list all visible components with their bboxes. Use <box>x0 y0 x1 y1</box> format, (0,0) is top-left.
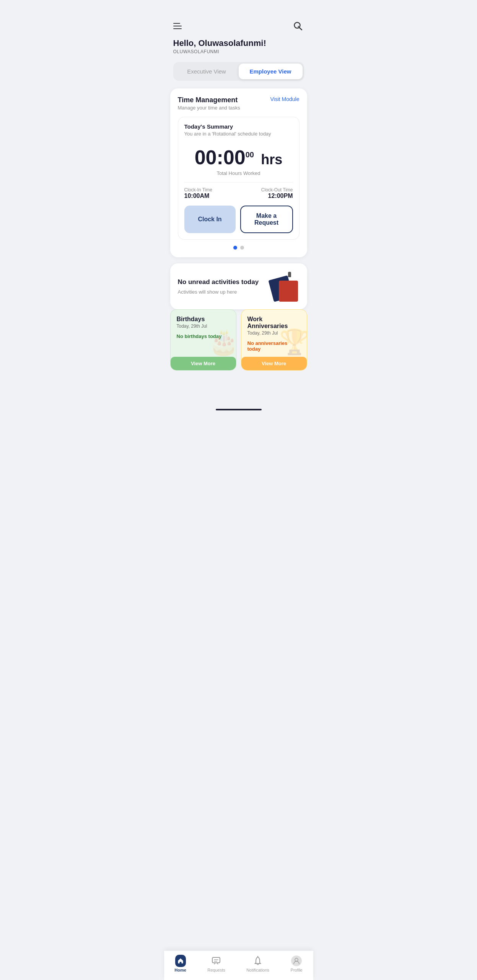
notebook-front <box>279 281 298 302</box>
make-request-button[interactable]: Make a Request <box>240 206 293 233</box>
clock-out-value: 12:00PM <box>268 193 293 199</box>
today-summary-schedule: You are in a 'Rotational' schedule today <box>184 131 293 137</box>
anniversaries-bg-icon: 🏆 <box>279 328 307 356</box>
time-display: 00:0000 hrs <box>184 147 293 167</box>
anniversaries-view-more[interactable]: View More <box>241 357 307 370</box>
activities-icon <box>269 271 300 302</box>
greeting-username: OLUWASOLAFUNMI <box>173 49 304 54</box>
birthdays-title: Birthdays <box>177 316 230 323</box>
svg-line-1 <box>299 28 302 30</box>
time-hours: 00:0000 hrs <box>195 146 283 168</box>
clock-times: Clock-In Time 10:00AM Clock-Out Time 12:… <box>184 187 293 199</box>
action-buttons: Clock In Make a Request <box>184 206 293 233</box>
hours-unit: hrs <box>261 152 282 167</box>
activities-card: No unread activities today Activities wi… <box>170 263 307 309</box>
clock-out-time-item: Clock-Out Time 12:00PM <box>261 187 293 199</box>
birthdays-card: Birthdays Today, 29th Jul No birthdays t… <box>170 309 236 371</box>
notebook-pin <box>288 272 291 277</box>
app-header <box>164 17 313 32</box>
hamburger-menu-icon[interactable] <box>173 23 182 29</box>
total-hours-label: Total Hours Worked <box>184 170 293 176</box>
today-summary-title: Today's Summary <box>184 123 293 130</box>
clock-out-label: Clock-Out Time <box>261 187 293 193</box>
svg-point-2 <box>298 26 299 27</box>
clock-in-value: 10:00AM <box>184 193 212 199</box>
divider <box>184 182 293 183</box>
executive-view-tab[interactable]: Executive View <box>175 64 239 79</box>
hours-decimals: 00 <box>246 150 254 159</box>
clock-in-button[interactable]: Clock In <box>184 206 236 233</box>
anniversaries-card: Work Anniversaries Today, 29th Jul No an… <box>241 309 307 371</box>
visit-module-link[interactable]: Visit Module <box>270 96 299 102</box>
time-management-card: Time Management Manage your time and tas… <box>170 88 307 257</box>
search-button[interactable] <box>292 20 304 32</box>
carousel-dots <box>178 246 300 250</box>
clock-in-time-item: Clock-In Time 10:00AM <box>184 187 212 199</box>
birthdays-view-more[interactable]: View More <box>171 357 236 370</box>
employee-view-tab[interactable]: Employee View <box>239 64 303 79</box>
carousel-dot-1[interactable] <box>233 246 237 250</box>
bottom-cards: Birthdays Today, 29th Jul No birthdays t… <box>164 309 313 371</box>
home-indicator <box>216 409 262 410</box>
birthdays-bg-icon: 🎂 <box>208 328 236 356</box>
clock-in-label: Clock-In Time <box>184 187 212 193</box>
activities-title: No unread activities today <box>178 278 259 286</box>
greeting-name: Hello, Oluwasolafunmi! <box>173 38 304 48</box>
today-summary-card: Today's Summary You are in a 'Rotational… <box>178 117 300 240</box>
card-header: Time Management Manage your time and tas… <box>178 96 300 111</box>
activities-subtitle: Activities will show up here <box>178 289 259 295</box>
main-content: Time Management Manage your time and tas… <box>164 88 313 309</box>
carousel-dot-2[interactable] <box>240 246 244 250</box>
hours-value: 00:00 <box>195 146 246 168</box>
time-management-title: Time Management <box>178 96 240 104</box>
view-toggle: Executive View Employee View <box>173 62 304 81</box>
card-header-text: Time Management Manage your time and tas… <box>178 96 240 111</box>
activities-text: No unread activities today Activities wi… <box>178 278 259 294</box>
time-management-subtitle: Manage your time and tasks <box>178 105 240 111</box>
greeting-section: Hello, Oluwasolafunmi! OLUWASOLAFUNMI <box>164 32 313 54</box>
